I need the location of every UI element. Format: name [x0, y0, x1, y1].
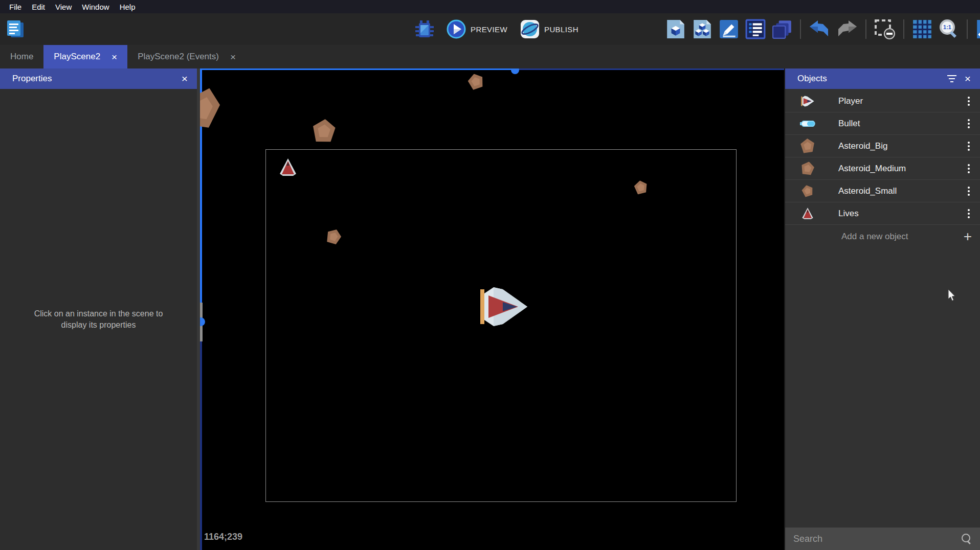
object-name: Asteroid_Big: [838, 141, 887, 151]
toolbar-separator: [967, 19, 968, 39]
toolbar-separator: [800, 19, 801, 39]
player-instance[interactable]: [480, 286, 527, 327]
undo-icon[interactable]: [809, 20, 830, 38]
add-new-object-label: Add a new object: [841, 232, 908, 242]
menu-window[interactable]: Window: [77, 3, 114, 11]
selection-edge-left-lower: [200, 341, 202, 550]
close-panel-icon[interactable]: ×: [965, 73, 971, 85]
preview-label: PREVIEW: [471, 25, 507, 34]
layers-icon[interactable]: [772, 19, 792, 39]
tab-home-label: Home: [10, 52, 33, 62]
plus-icon[interactable]: +: [964, 230, 972, 244]
objects-editor-icon[interactable]: [665, 19, 686, 39]
asteroid-medium-icon: [798, 162, 817, 175]
toolbar-separator: [903, 19, 904, 39]
search-icon[interactable]: [961, 533, 972, 544]
tab-playscene2-events-label: PlayScene2 (Events): [138, 52, 219, 62]
object-menu-icon[interactable]: [966, 162, 972, 175]
selection-edge-top-right: [518, 68, 784, 70]
asteroid-small-icon: [798, 185, 817, 197]
objects-panel-title: Objects: [797, 74, 827, 84]
selection-handle-left[interactable]: [200, 317, 205, 326]
asteroid-instance[interactable]: [310, 118, 338, 145]
lives-instance[interactable]: [279, 158, 297, 176]
asteroid-big-icon: [798, 139, 817, 153]
publish-button[interactable]: PUBLISH: [520, 19, 578, 39]
object-menu-icon[interactable]: [966, 185, 972, 198]
object-menu-icon[interactable]: [966, 207, 972, 220]
asteroid-instance[interactable]: [466, 72, 486, 91]
menu-edit[interactable]: Edit: [27, 3, 50, 11]
svg-text:1:1: 1:1: [943, 24, 951, 30]
instances-list-icon[interactable]: [745, 19, 766, 39]
play-icon: [446, 19, 466, 39]
properties-empty-message: Click on an instance in the scene to dis…: [22, 308, 175, 331]
menu-file[interactable]: File: [4, 3, 27, 11]
object-menu-icon[interactable]: [966, 117, 972, 130]
tab-playscene2-events[interactable]: PlayScene2 (Events) ×: [127, 45, 246, 68]
toolbar-separator: [865, 19, 866, 39]
object-row-bullet[interactable]: Bullet: [785, 112, 980, 135]
selection-edge-top: [200, 68, 518, 70]
publish-label: PUBLISH: [544, 25, 578, 34]
search-input[interactable]: [793, 534, 961, 544]
redo-icon[interactable]: [836, 20, 858, 38]
lives-ship-icon: [798, 208, 817, 219]
menu-view[interactable]: View: [50, 3, 77, 11]
tab-home[interactable]: Home: [0, 45, 43, 68]
add-new-object-button[interactable]: Add a new object +: [785, 225, 980, 248]
debugger-tools-icon[interactable]: [975, 19, 980, 39]
selection-handle-top[interactable]: [511, 68, 519, 74]
objects-panel: Objects × Player: [784, 68, 980, 550]
player-ship-icon: [798, 96, 817, 107]
asteroid-instance[interactable]: [200, 83, 226, 133]
object-row-asteroid-small[interactable]: Asteroid_Small: [785, 180, 980, 202]
object-name: Player: [838, 96, 863, 106]
preview-button[interactable]: PREVIEW: [446, 19, 507, 39]
gdevelop-window: File Edit View Window Help: [0, 0, 980, 550]
properties-panel-title: Properties: [12, 74, 52, 84]
object-name: Lives: [838, 209, 859, 219]
menu-help[interactable]: Help: [115, 3, 141, 11]
object-menu-icon[interactable]: [966, 140, 972, 153]
filter-icon[interactable]: [947, 75, 956, 82]
object-name: Asteroid_Medium: [838, 164, 906, 174]
tab-playscene2[interactable]: PlayScene2 ×: [43, 45, 127, 68]
object-menu-icon[interactable]: [966, 95, 972, 108]
grid-icon[interactable]: [912, 19, 932, 39]
cursor-coordinates: 1164;239: [204, 532, 242, 542]
object-name: Asteroid_Small: [838, 186, 897, 196]
deselect-icon[interactable]: [874, 19, 896, 39]
properties-panel: Properties × Click on an instance in the…: [0, 68, 197, 550]
close-panel-icon[interactable]: ×: [182, 73, 188, 85]
objects-search-bar: [785, 528, 980, 550]
edit-properties-icon[interactable]: [719, 19, 739, 39]
scene-editor-canvas[interactable]: 1164;239: [200, 68, 784, 550]
tab-bar: Home PlayScene2 × PlayScene2 (Events) ×: [0, 45, 980, 68]
close-tab-icon[interactable]: ×: [230, 52, 236, 62]
zoom-1-1-icon[interactable]: 1:1: [939, 19, 959, 39]
object-row-asteroid-medium[interactable]: Asteroid_Medium: [785, 157, 980, 180]
project-manager-icon[interactable]: [5, 18, 26, 40]
bullet-icon: [798, 121, 817, 127]
toolbar: PREVIEW PUBLISH: [0, 13, 980, 45]
object-groups-icon[interactable]: [692, 19, 712, 39]
object-name: Bullet: [838, 119, 860, 129]
object-row-lives[interactable]: Lives: [785, 202, 980, 225]
debug-icon[interactable]: [415, 19, 434, 39]
object-row-asteroid-big[interactable]: Asteroid_Big: [785, 135, 980, 157]
publish-globe-icon: [520, 19, 540, 39]
menu-bar: File Edit View Window Help: [0, 0, 980, 13]
tab-playscene2-label: PlayScene2: [54, 52, 100, 62]
close-tab-icon[interactable]: ×: [112, 52, 117, 62]
object-row-player[interactable]: Player: [785, 90, 980, 112]
mouse-cursor: [948, 289, 957, 302]
